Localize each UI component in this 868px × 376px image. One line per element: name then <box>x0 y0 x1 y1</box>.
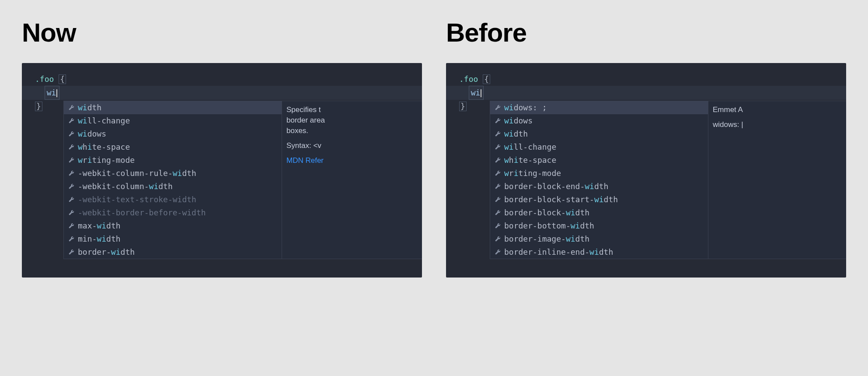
wrench-icon <box>68 131 74 137</box>
completion-item[interactable]: border-image-width <box>490 232 708 246</box>
completion-item[interactable]: min-width <box>64 232 282 246</box>
doc-line: border area <box>286 115 418 126</box>
completion-item[interactable]: white-space <box>64 141 282 154</box>
doc-line: boxes. <box>286 126 418 136</box>
completion-label: border-block-start-width <box>504 194 618 205</box>
completion-label: -webkit-text-stroke-width <box>78 194 196 205</box>
wrench-icon <box>495 183 501 190</box>
completion-label: min-width <box>78 233 121 245</box>
completion-label: border-block-end-width <box>504 181 608 192</box>
completion-label: white-space <box>504 155 556 166</box>
wrench-icon <box>68 197 74 203</box>
completion-label: border-bottom-width <box>504 220 594 232</box>
wrench-icon <box>68 223 74 229</box>
completion-label: border-width <box>78 246 135 258</box>
before-editor[interactable]: .foo { wi } widows: ;widowswidthwill-cha… <box>446 63 846 278</box>
wrench-icon <box>68 144 74 150</box>
completion-label: white-space <box>78 141 130 153</box>
completion-item[interactable]: writing-mode <box>64 154 282 167</box>
completion-label: -webkit-column-width <box>78 181 173 192</box>
completion-label: border-block-width <box>504 207 589 218</box>
completion-item[interactable]: -webkit-border-before-width <box>64 206 282 219</box>
completion-item[interactable]: border-block-width <box>490 206 708 219</box>
text-cursor <box>56 89 57 97</box>
before-panel: Before .foo { wi } widows: ;widowswidthw… <box>446 18 846 278</box>
wrench-icon <box>495 249 501 255</box>
completion-label: widows <box>78 128 106 140</box>
completion-item[interactable]: -webkit-column-rule-width <box>64 167 282 180</box>
now-editor[interactable]: .foo { wi } widthwill-changewidowswhite-… <box>22 63 422 278</box>
open-brace: { <box>59 74 66 84</box>
css-selector: .foo <box>35 74 54 84</box>
wrench-icon <box>495 157 501 163</box>
wrench-icon <box>68 236 74 242</box>
wrench-icon <box>68 105 74 111</box>
completion-label: -webkit-column-rule-width <box>78 168 196 179</box>
wrench-icon <box>495 105 501 111</box>
completion-label: width <box>504 128 528 140</box>
completion-item[interactable]: -webkit-text-stroke-width <box>64 193 282 206</box>
before-completion-list[interactable]: widows: ;widowswidthwill-changewhite-spa… <box>490 101 708 259</box>
wrench-icon <box>495 118 501 124</box>
completion-label: writing-mode <box>504 168 561 179</box>
close-brace: } <box>35 102 42 111</box>
code-line-1[interactable]: .foo { <box>446 73 846 86</box>
text-cursor <box>481 89 481 97</box>
doc-line: Specifies t <box>286 105 418 115</box>
now-completion-popup: widthwill-changewidowswhite-spacewriting… <box>63 101 422 259</box>
wrench-icon <box>68 249 74 255</box>
before-doc-panel: Emmet A widows: | <box>708 101 846 259</box>
completion-label: width <box>78 102 101 113</box>
completion-label: will-change <box>78 115 130 127</box>
completion-item[interactable]: widows <box>64 127 282 141</box>
now-heading: Now <box>22 18 422 48</box>
completion-item[interactable]: width <box>490 127 708 141</box>
completion-label: writing-mode <box>78 155 135 166</box>
code-line-typed[interactable]: wi <box>22 86 422 100</box>
wrench-icon <box>495 197 501 203</box>
now-completion-list[interactable]: widthwill-changewidowswhite-spacewriting… <box>63 101 282 259</box>
css-selector: .foo <box>459 74 478 84</box>
completion-label: -webkit-border-before-width <box>78 207 206 218</box>
comparison-container: Now .foo { wi } widthwill-changewidowswh… <box>22 18 846 278</box>
completion-item[interactable]: border-block-start-width <box>490 193 708 206</box>
completion-item[interactable]: widows <box>490 114 708 127</box>
now-doc-panel: Specifies t border area boxes. Syntax: <… <box>282 101 422 259</box>
now-panel: Now .foo { wi } widthwill-changewidowswh… <box>22 18 422 278</box>
completion-item[interactable]: widows: ; <box>490 101 708 114</box>
open-brace: { <box>483 74 490 84</box>
completion-item[interactable]: will-change <box>64 114 282 127</box>
completion-item[interactable]: width <box>64 101 282 114</box>
completion-item[interactable]: border-block-end-width <box>490 180 708 193</box>
code-line-typed[interactable]: wi <box>446 86 846 100</box>
typed-text: wi <box>45 86 59 100</box>
wrench-icon <box>495 223 501 229</box>
close-brace: } <box>459 102 467 111</box>
completion-item[interactable]: -webkit-column-width <box>64 180 282 193</box>
wrench-icon <box>68 118 74 124</box>
wrench-icon <box>68 157 74 163</box>
wrench-icon <box>495 131 501 137</box>
completion-item[interactable]: border-bottom-width <box>490 219 708 232</box>
completion-item[interactable]: white-space <box>490 154 708 167</box>
completion-label: widows: ; <box>504 102 547 113</box>
mdn-reference-link[interactable]: MDN Refer <box>286 155 418 166</box>
before-heading: Before <box>446 18 846 48</box>
wrench-icon <box>68 210 74 216</box>
code-line-1[interactable]: .foo { <box>22 73 422 86</box>
completion-item[interactable]: border-width <box>64 246 282 259</box>
doc-syntax: Syntax: <v <box>286 141 418 151</box>
completion-item[interactable]: max-width <box>64 219 282 232</box>
wrench-icon <box>495 210 501 216</box>
completion-label: border-inline-end-width <box>504 246 613 258</box>
completion-label: will-change <box>504 141 556 153</box>
completion-item[interactable]: will-change <box>490 141 708 154</box>
wrench-icon <box>495 236 501 242</box>
typed-text: wi <box>469 86 484 100</box>
completion-label: border-image-width <box>504 233 589 245</box>
completion-label: widows <box>504 115 533 127</box>
before-completion-popup: widows: ;widowswidthwill-changewhite-spa… <box>490 101 846 259</box>
completion-item[interactable]: border-inline-end-width <box>490 246 708 259</box>
wrench-icon <box>495 170 501 176</box>
completion-item[interactable]: writing-mode <box>490 167 708 180</box>
